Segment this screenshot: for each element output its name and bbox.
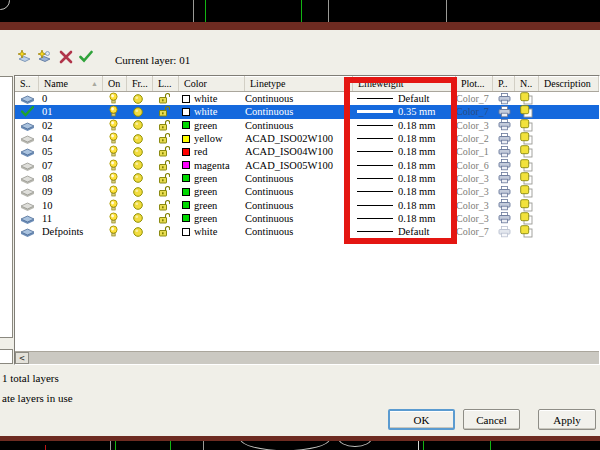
new-viewport-freeze-icon[interactable] bbox=[515, 132, 539, 145]
layer-row-09[interactable]: 09greenContinuous0.18 mmColor_3 bbox=[15, 185, 599, 198]
layer-linetype[interactable]: Continuous bbox=[245, 172, 353, 185]
color-swatch[interactable] bbox=[182, 121, 190, 129]
layer-color[interactable]: red bbox=[179, 145, 245, 158]
layer-row-08[interactable]: 08greenContinuous0.18 mmColor_3 bbox=[15, 172, 599, 185]
layer-freeze-sun-icon[interactable] bbox=[127, 225, 153, 238]
layer-row-11[interactable]: 11greenContinuous0.18 mmColor_3 bbox=[15, 212, 599, 225]
layer-color[interactable]: green bbox=[179, 185, 245, 198]
layer-linetype[interactable]: Continuous bbox=[245, 198, 353, 211]
layer-on-bulb-icon[interactable] bbox=[103, 119, 127, 132]
layer-color[interactable]: magenta bbox=[179, 158, 245, 171]
layer-unlock-icon[interactable] bbox=[153, 119, 179, 132]
layer-name[interactable]: 07 bbox=[39, 158, 103, 171]
layer-plot-printer-icon[interactable] bbox=[493, 92, 515, 105]
layer-row-0[interactable]: 0whiteContinuousDefaultColor_7 bbox=[15, 92, 599, 105]
apply-button[interactable]: Apply bbox=[538, 409, 596, 430]
color-swatch[interactable] bbox=[182, 108, 190, 116]
layer-row-07[interactable]: 07magentaACAD_ISO05W1000.18 mmColor_6 bbox=[15, 158, 599, 171]
layer-color[interactable]: green bbox=[179, 212, 245, 225]
layer-linetype[interactable]: Continuous bbox=[245, 92, 353, 105]
layer-row-04[interactable]: 04yellowACAD_ISO02W1000.18 mmColor_2 bbox=[15, 132, 599, 145]
layer-on-bulb-icon[interactable] bbox=[103, 92, 127, 105]
layer-name[interactable]: 11 bbox=[39, 212, 103, 225]
layer-linetype[interactable]: Continuous bbox=[245, 225, 353, 238]
column-header-on[interactable]: On bbox=[103, 76, 127, 91]
new-viewport-freeze-icon[interactable] bbox=[515, 172, 539, 185]
column-header-status[interactable]: S.. bbox=[15, 76, 39, 91]
layer-unlock-icon[interactable] bbox=[153, 105, 179, 118]
new-viewport-freeze-icon[interactable] bbox=[515, 158, 539, 171]
layer-unlock-icon[interactable] bbox=[153, 145, 179, 158]
layer-freeze-sun-icon[interactable] bbox=[127, 158, 153, 171]
color-swatch[interactable] bbox=[182, 161, 190, 169]
layer-freeze-sun-icon[interactable] bbox=[127, 145, 153, 158]
layer-unlock-icon[interactable] bbox=[153, 92, 179, 105]
column-header-plot[interactable]: P.. bbox=[493, 76, 515, 91]
layer-plot-printer-icon[interactable] bbox=[493, 158, 515, 171]
layer-name[interactable]: 01 bbox=[39, 105, 103, 118]
layer-plot-printer-icon[interactable] bbox=[493, 225, 515, 238]
layer-linetype[interactable]: ACAD_ISO05W100 bbox=[245, 158, 353, 171]
column-header-linetype[interactable]: Linetype bbox=[245, 76, 353, 91]
layer-unlock-icon[interactable] bbox=[153, 198, 179, 211]
layer-plot-printer-icon[interactable] bbox=[493, 105, 515, 118]
color-swatch[interactable] bbox=[182, 174, 190, 182]
new-viewport-freeze-icon[interactable] bbox=[515, 198, 539, 211]
layer-on-bulb-icon[interactable] bbox=[103, 145, 127, 158]
color-swatch[interactable] bbox=[182, 201, 190, 209]
column-header-lock[interactable]: L... bbox=[153, 76, 179, 91]
layer-freeze-sun-icon[interactable] bbox=[127, 92, 153, 105]
column-header-description[interactable]: Description bbox=[539, 76, 599, 91]
layer-on-bulb-icon[interactable] bbox=[103, 198, 127, 211]
layer-linetype[interactable]: Continuous bbox=[245, 212, 353, 225]
layer-plot-printer-icon[interactable] bbox=[493, 145, 515, 158]
layer-freeze-sun-icon[interactable] bbox=[127, 172, 153, 185]
color-swatch[interactable] bbox=[182, 95, 190, 103]
layer-description[interactable] bbox=[539, 212, 599, 225]
layer-freeze-sun-icon[interactable] bbox=[127, 185, 153, 198]
delete-layer-icon[interactable] bbox=[59, 50, 73, 64]
layer-linetype[interactable]: ACAD_ISO04W100 bbox=[245, 145, 353, 158]
layer-name[interactable]: 04 bbox=[39, 132, 103, 145]
layer-name[interactable]: 05 bbox=[39, 145, 103, 158]
layer-freeze-sun-icon[interactable] bbox=[127, 105, 153, 118]
layer-lineweight[interactable]: 0.18 mm bbox=[353, 145, 456, 158]
new-viewport-freeze-icon[interactable] bbox=[515, 145, 539, 158]
layer-filter-tree-pane[interactable] bbox=[0, 76, 13, 338]
filter-edit-box[interactable] bbox=[0, 349, 13, 364]
layer-name[interactable]: 09 bbox=[39, 185, 103, 198]
layer-lineweight[interactable]: 0.18 mm bbox=[353, 172, 456, 185]
layer-lineweight[interactable]: Default bbox=[353, 92, 456, 105]
layer-name[interactable]: 0 bbox=[39, 92, 103, 105]
layer-plot-printer-icon[interactable] bbox=[493, 172, 515, 185]
color-swatch[interactable] bbox=[182, 148, 190, 156]
horizontal-scrollbar[interactable]: < bbox=[15, 351, 599, 364]
layer-name[interactable]: Defpoints bbox=[39, 225, 103, 238]
column-header-plot_style[interactable]: Plot... bbox=[456, 76, 493, 91]
color-swatch[interactable] bbox=[182, 228, 190, 236]
layer-lineweight[interactable]: Default bbox=[353, 225, 456, 238]
new-viewport-freeze-icon[interactable] bbox=[515, 212, 539, 225]
layer-unlock-icon[interactable] bbox=[153, 212, 179, 225]
layer-lineweight[interactable]: 0.35 mm bbox=[353, 105, 456, 118]
layer-description[interactable] bbox=[539, 225, 599, 238]
layer-color[interactable]: green bbox=[179, 198, 245, 211]
layer-plot-printer-icon[interactable] bbox=[493, 212, 515, 225]
layer-color[interactable]: white bbox=[179, 92, 245, 105]
layer-unlock-icon[interactable] bbox=[153, 158, 179, 171]
column-header-freeze[interactable]: Fr... bbox=[127, 76, 153, 91]
layer-lineweight[interactable]: 0.18 mm bbox=[353, 212, 456, 225]
layer-lineweight[interactable]: 0.18 mm bbox=[353, 158, 456, 171]
layer-color[interactable]: white bbox=[179, 225, 245, 238]
layer-unlock-icon[interactable] bbox=[153, 225, 179, 238]
layer-lineweight[interactable]: 0.18 mm bbox=[353, 119, 456, 132]
layer-on-bulb-icon[interactable] bbox=[103, 212, 127, 225]
color-swatch[interactable] bbox=[182, 135, 190, 143]
layer-on-bulb-icon[interactable] bbox=[103, 185, 127, 198]
column-header-lineweight[interactable]: Lineweight bbox=[353, 76, 456, 91]
layer-color[interactable]: green bbox=[179, 119, 245, 132]
new-viewport-freeze-icon[interactable] bbox=[515, 105, 539, 118]
layer-description[interactable] bbox=[539, 172, 599, 185]
layer-linetype[interactable]: Continuous bbox=[245, 119, 353, 132]
layer-freeze-sun-icon[interactable] bbox=[127, 132, 153, 145]
